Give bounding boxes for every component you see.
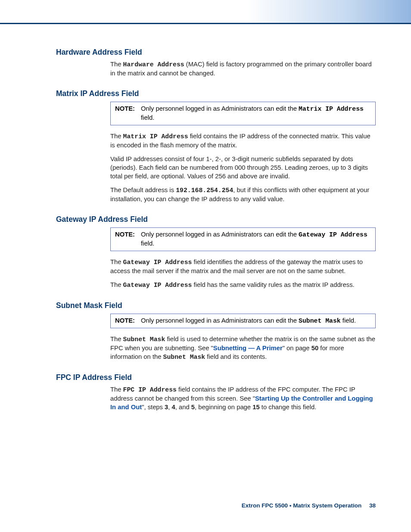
- heading-fpc-ip: FPC IP Address Field: [56, 373, 376, 382]
- text: Only personnel logged in as Administrato…: [141, 317, 299, 324]
- text: The: [110, 258, 123, 265]
- paragraph: The Gateway IP Address field identifies …: [110, 258, 376, 276]
- field-name-fpc-ip: FPC IP Address: [123, 386, 177, 393]
- link-subnetting-primer[interactable]: Subnetting — A Primer: [213, 345, 283, 352]
- text: Only personnel logged in as Administrato…: [141, 105, 299, 112]
- text: , beginning on page: [195, 404, 252, 411]
- field-name-gateway-ip: Gateway IP Address: [123, 282, 192, 289]
- paragraph: The Matrix IP Address field contains the…: [110, 132, 376, 150]
- page-number: 38: [369, 502, 376, 509]
- body-fpc-ip: The FPC IP Address field contains the IP…: [110, 386, 376, 412]
- paragraph: The Subnet Mask field is used to determi…: [110, 335, 376, 362]
- text: field.: [141, 114, 154, 121]
- footer-title: Extron FPC 5500 • Matrix System Operatio…: [242, 502, 362, 509]
- body-gateway-ip: NOTE: Only personnel logged in as Admini…: [110, 227, 376, 290]
- paragraph: The Default address is 192.168.254.254, …: [110, 186, 376, 204]
- field-name-gateway-ip: Gateway IP Address: [123, 259, 192, 266]
- note-label: NOTE:: [115, 230, 141, 248]
- text: " on page: [283, 345, 311, 352]
- note-label: NOTE:: [115, 317, 141, 326]
- page-ref: 15: [252, 404, 259, 411]
- note-box-gateway: NOTE: Only personnel logged in as Admini…: [110, 227, 376, 251]
- heading-hardware-address: Hardware Address Field: [56, 48, 376, 57]
- heading-gateway-ip: Gateway IP Address Field: [56, 215, 376, 224]
- note-text: Only personnel logged in as Administrato…: [141, 105, 371, 122]
- note-label: NOTE:: [115, 105, 141, 122]
- page-ref: 50: [311, 345, 318, 352]
- text: The Default address is: [110, 187, 176, 193]
- page-content: Hardware Address Field The Hardware Addr…: [0, 24, 411, 412]
- text: field.: [341, 317, 356, 324]
- text: field and its contents.: [205, 353, 267, 360]
- body-matrix-ip: NOTE: Only personnel logged in as Admini…: [110, 102, 376, 204]
- body-subnet-mask: NOTE: Only personnel logged in as Admini…: [110, 314, 376, 362]
- paragraph: The FPC IP Address field contains the IP…: [110, 386, 376, 412]
- page-header-bar: [0, 0, 411, 24]
- note-text: Only personnel logged in as Administrato…: [141, 317, 371, 326]
- text: Only personnel logged in as Administrato…: [141, 231, 299, 238]
- field-name-matrix-ip: Matrix IP Address: [299, 106, 364, 112]
- field-name-subnet-mask: Subnet Mask: [163, 354, 206, 361]
- text: ", steps: [142, 404, 165, 411]
- paragraph: The Gateway IP Address field has the sam…: [110, 281, 376, 290]
- heading-matrix-ip: Matrix IP Address Field: [56, 89, 376, 98]
- step-ref: 4: [172, 404, 175, 411]
- default-ip-value: 192.168.254.254: [176, 187, 233, 194]
- field-name-gateway-ip: Gateway IP Address: [299, 231, 367, 238]
- text: The: [110, 386, 123, 393]
- note-text: Only personnel logged in as Administrato…: [141, 230, 371, 248]
- paragraph: The Hardware Address (MAC) field is fact…: [110, 60, 376, 78]
- step-ref: 5: [191, 404, 195, 411]
- text: The: [110, 61, 123, 68]
- field-name-subnet-mask: Subnet Mask: [299, 317, 341, 324]
- text: The: [110, 281, 123, 288]
- field-name-matrix-ip: Matrix IP Address: [123, 133, 188, 140]
- text: The: [110, 133, 123, 140]
- text: field.: [141, 240, 154, 247]
- page-footer: Extron FPC 5500 • Matrix System Operatio…: [242, 502, 376, 509]
- field-name-hardware-address: Hardware Address: [123, 61, 184, 68]
- paragraph: Valid IP addresses consist of four 1-, 2…: [110, 155, 376, 181]
- text: field has the same validity rules as the…: [192, 281, 354, 288]
- heading-subnet-mask: Subnet Mask Field: [56, 301, 376, 310]
- text: to change this field.: [260, 404, 317, 411]
- note-box-subnet: NOTE: Only personnel logged in as Admini…: [110, 314, 376, 329]
- text: The: [110, 336, 123, 342]
- text: , and: [175, 404, 191, 411]
- note-box-matrix: NOTE: Only personnel logged in as Admini…: [110, 102, 376, 125]
- text: ,: [168, 404, 171, 411]
- field-name-subnet-mask: Subnet Mask: [123, 336, 165, 343]
- body-hardware-address: The Hardware Address (MAC) field is fact…: [110, 60, 376, 78]
